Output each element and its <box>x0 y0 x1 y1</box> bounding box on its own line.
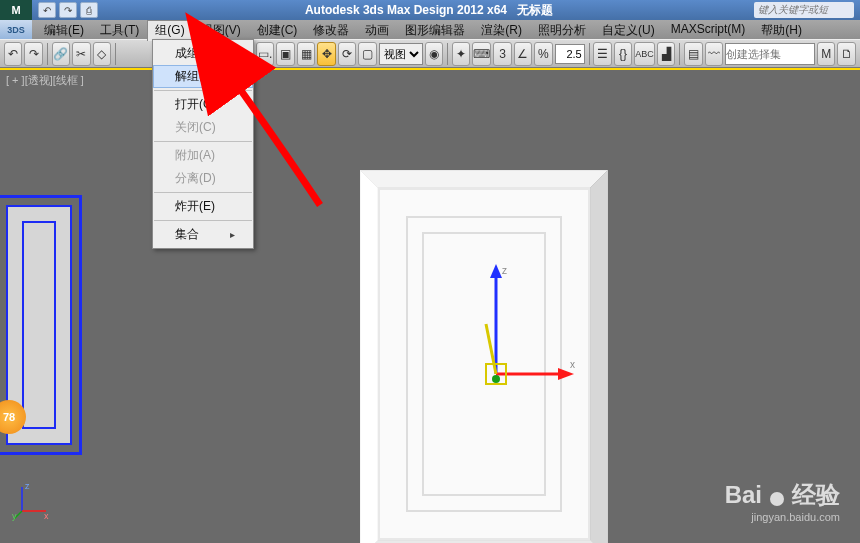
redo-button[interactable]: ↷ <box>24 42 42 66</box>
axis-z-label: z <box>502 265 507 276</box>
paw-icon <box>766 484 788 506</box>
move-gizmo[interactable]: z x <box>466 264 586 394</box>
material-editor-button[interactable]: M <box>817 42 835 66</box>
mirror-button[interactable]: ▟ <box>657 42 675 66</box>
undo-button[interactable]: ↶ <box>4 42 22 66</box>
app-logo[interactable]: M <box>0 0 32 20</box>
layer-icon[interactable]: ▤ <box>684 42 702 66</box>
menu-item[interactable]: 视图(V) <box>193 20 249 41</box>
world-axis-icon: z x y <box>14 481 54 525</box>
menu-item[interactable]: 动画 <box>357 20 397 41</box>
viewport[interactable]: [ + ][透视][线框 ] z x <box>0 68 860 543</box>
selection-set-combo[interactable] <box>725 43 815 65</box>
qat-undo[interactable]: ↶ <box>38 2 56 18</box>
menu-item[interactable]: MAXScript(M) <box>663 20 754 41</box>
menu-item[interactable]: 自定义(U) <box>594 20 663 41</box>
curve-editor-icon[interactable]: 〰 <box>705 42 723 66</box>
menu-item[interactable]: 工具(T) <box>92 20 147 41</box>
ref-coord-system-select[interactable]: 视图 <box>379 43 423 65</box>
svg-marker-0 <box>360 170 608 188</box>
svg-text:z: z <box>25 481 30 491</box>
menu-item[interactable]: 图形编辑器 <box>397 20 473 41</box>
use-center-button[interactable]: ◉ <box>425 42 443 66</box>
menu-item[interactable]: 集合▸ <box>153 223 253 246</box>
angle-snap-button[interactable]: ∠ <box>514 42 532 66</box>
submenu-arrow-icon: ▸ <box>230 229 235 240</box>
manipulate-button[interactable]: ✦ <box>452 42 470 66</box>
svg-point-10 <box>492 375 500 383</box>
snap-toggle-button[interactable]: 3 <box>493 42 511 66</box>
bind-button[interactable]: ◇ <box>93 42 111 66</box>
keyboard-shortcut-button[interactable]: ⌨ <box>472 42 491 66</box>
qat-redo[interactable]: ↷ <box>59 2 77 18</box>
application-button[interactable]: 3DS <box>0 20 32 39</box>
axis-x-label: x <box>570 359 575 370</box>
watermark: Bai经验 jingyan.baidu.com <box>725 479 840 523</box>
percent-snap-button[interactable]: % <box>534 42 552 66</box>
app-title: Autodesk 3ds Max Design 2012 x64 无标题 <box>104 2 754 19</box>
named-sets-button[interactable]: ☰ <box>593 42 611 66</box>
select-scale-button[interactable]: ▢ <box>358 42 376 66</box>
menu-item[interactable]: 创建(C) <box>249 20 306 41</box>
svg-marker-3 <box>360 170 378 543</box>
menu-item[interactable]: 编辑(E) <box>36 20 92 41</box>
menu-item[interactable]: 渲染(R) <box>473 20 530 41</box>
spinner-snap-value[interactable] <box>555 44 585 64</box>
quick-access-toolbar: ↶ ↷ ⎙ <box>32 2 104 18</box>
render-setup-button[interactable]: 🗋 <box>837 42 855 66</box>
viewport-label[interactable]: [ + ][透视][线框 ] <box>6 73 84 88</box>
svg-text:x: x <box>44 511 49 521</box>
menu-item[interactable]: 帮助(H) <box>753 20 810 41</box>
menu-bar: 3DS 编辑(E)工具(T)组(G)视图(V)创建(C)修改器动画图形编辑器渲染… <box>0 20 860 39</box>
annotation-arrow <box>210 45 350 219</box>
menu-separator <box>154 220 252 221</box>
main-toolbar: ↶ ↷ 🔗 ✂ ◇ ▭ ▭. ▣ ▦ ✥ ⟳ ▢ 视图 ◉ ✦ ⌨ 3 ∠ % … <box>0 39 860 68</box>
qat-btn[interactable]: ⎙ <box>80 2 98 18</box>
svg-marker-1 <box>590 170 608 543</box>
title-bar: M ↶ ↷ ⎙ Autodesk 3ds Max Design 2012 x64… <box>0 0 860 20</box>
svg-marker-5 <box>490 264 502 278</box>
menu-item[interactable]: 修改器 <box>305 20 357 41</box>
edit-named-sets-button[interactable]: {} <box>614 42 632 66</box>
link-button[interactable]: 🔗 <box>52 42 70 66</box>
search-help-input[interactable]: 键入关键字或短 <box>754 2 854 18</box>
svg-text:y: y <box>12 511 17 521</box>
menu-item[interactable]: 组(G) <box>147 20 192 41</box>
abc-icon[interactable]: ABC <box>634 42 655 66</box>
unlink-button[interactable]: ✂ <box>72 42 90 66</box>
menu-item[interactable]: 照明分析 <box>530 20 594 41</box>
